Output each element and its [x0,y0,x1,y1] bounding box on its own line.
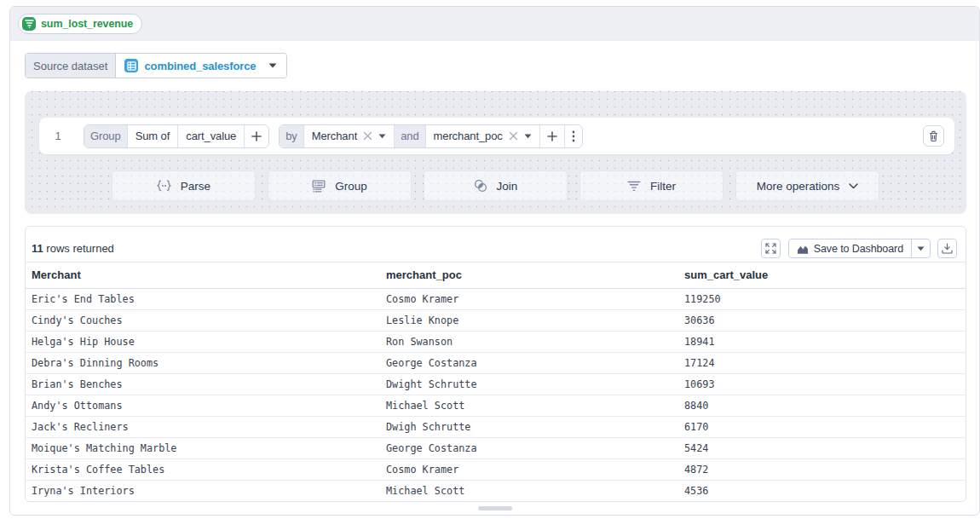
aggregation-column-select[interactable]: cart_value [177,125,244,147]
table-cell[interactable]: George Costanza [380,352,678,373]
group-button-label: Group [335,180,367,193]
source-dataset-label: Source dataset [26,54,116,78]
and-label: and [394,125,424,147]
table-cell[interactable]: Cosmo Kramer [380,288,678,309]
pipeline-panel: 1 Group Sum of cart_value by Merchant [25,91,966,214]
table-row: Cindy's CouchesLeslie Knope30636 [26,309,966,331]
table-row: Iryna's InteriorsMichael Scott4536 [26,480,966,501]
save-to-dashboard-button[interactable]: Save to Dashboard [789,239,911,257]
cell-header-band: sum_lost_revenue [10,7,979,41]
table-cell[interactable]: 17124 [678,352,966,373]
column-header-sum-cart-value[interactable]: sum_cart_value [678,262,966,288]
results-card: 11 rows returned [25,226,966,502]
table-row: Krista's Coffee TablesCosmo Kramer4872 [26,458,966,480]
table-cell[interactable]: 18941 [678,331,966,352]
step-options-menu-button[interactable] [564,125,582,147]
parse-button[interactable]: Parse [112,170,256,201]
join-button[interactable]: Join [424,170,568,201]
expand-results-button[interactable] [761,239,781,258]
more-operations-button[interactable]: More operations [735,170,879,201]
save-options-caret-button[interactable] [911,239,930,257]
table-cell[interactable]: Dwigh Schrutte [380,416,678,437]
table-cell[interactable]: 4536 [678,480,966,501]
download-icon [942,243,953,254]
join-button-label: Join [497,180,518,193]
add-group-column-button[interactable] [539,125,564,147]
more-operations-label: More operations [757,180,840,193]
group-by-chip: by Merchant and merchant_poc [279,124,583,148]
group-column-merchant[interactable]: Merchant [303,125,394,147]
table-cell[interactable]: 10693 [678,373,966,395]
funnel-cell-icon [22,17,36,31]
group-icon [312,180,326,193]
table-cell[interactable]: Eric's End Tables [26,288,380,309]
source-dataset-control[interactable]: Source dataset combined_salesforce [25,53,287,78]
group-column-merchant-poc[interactable]: merchant_poc [425,125,539,147]
results-table: Merchant merchant_poc sum_cart_value Eri… [26,262,966,502]
table-row: Helga's Hip HouseRon Swanson18941 [26,331,966,352]
table-row: Eric's End TablesCosmo Kramer119250 [26,288,966,309]
remove-column-icon[interactable] [363,131,372,141]
by-label: by [280,125,303,147]
transform-cell: sum_lost_revenue Source dataset com [9,6,980,516]
table-row: Andy's OttomansMichael Scott8840 [26,395,966,416]
results-toolbar-actions: Save to Dashboard [761,239,957,258]
column-header-merchant[interactable]: Merchant [26,262,380,288]
step-index: 1 [39,130,77,142]
group-aggregation-chip: Group Sum of cart_value [84,124,269,148]
caret-down-icon [917,246,925,251]
filter-button[interactable]: Filter [579,170,723,201]
group-button[interactable]: Group [268,170,412,201]
expand-icon [765,243,776,254]
filter-button-label: Filter [650,180,676,193]
table-cell[interactable]: George Costanza [380,437,678,458]
table-cell[interactable]: Krista's Coffee Tables [26,458,380,480]
table-row: Debra's Dinning RoomsGeorge Costanza1712… [26,352,966,373]
table-cell[interactable]: Andy's Ottomans [26,395,380,416]
rows-returned-count: 11 [32,242,43,255]
operation-buttons-row: Parse [25,170,966,201]
table-cell[interactable]: Cosmo Kramer [380,458,678,480]
column-header-merchant-poc[interactable]: merchant_poc [380,262,678,288]
table-cell[interactable]: Michael Scott [380,480,678,501]
cell-body: Source dataset combined_salesforce [10,41,979,516]
plus-icon [251,131,262,141]
delete-step-button[interactable] [923,125,944,147]
remove-column-icon[interactable] [509,131,518,141]
chart-icon [797,244,809,254]
chevron-down-icon[interactable] [524,134,532,139]
aggregation-type-select[interactable]: Sum of [127,125,178,147]
chevron-down-icon [849,183,858,189]
chevron-down-icon[interactable] [378,134,386,139]
table-cell[interactable]: 30636 [678,309,966,331]
table-cell[interactable]: 5424 [678,437,966,458]
table-cell[interactable]: Helga's Hip House [26,331,380,352]
chevron-down-icon [268,63,277,68]
table-cell[interactable]: 119250 [678,288,966,309]
trash-icon [928,130,939,142]
table-cell[interactable]: Iryna's Interiors [26,480,380,501]
table-cell[interactable]: Dwight Schrutte [380,373,678,395]
table-cell[interactable]: 6170 [678,416,966,437]
results-header-row: Merchant merchant_poc sum_cart_value [26,262,966,288]
table-cell[interactable]: 8840 [678,395,966,416]
kebab-menu-icon [572,130,575,142]
cell-name-badge[interactable]: sum_lost_revenue [18,14,142,34]
download-results-button[interactable] [937,239,957,258]
join-icon [474,179,487,193]
table-cell[interactable]: Brian's Benches [26,373,380,395]
rows-returned-text: 11 rows returned [32,242,114,255]
table-cell[interactable]: 4872 [678,458,966,480]
table-cell[interactable]: Debra's Dinning Rooms [26,352,380,373]
source-dataset-select[interactable]: combined_salesforce [116,54,285,78]
add-aggregation-button[interactable] [244,125,268,147]
filter-icon [627,181,641,192]
table-cell[interactable]: Leslie Knope [380,309,678,331]
table-cell[interactable]: Ron Swanson [380,331,678,352]
horizontal-scrollbar-thumb[interactable] [478,506,512,510]
operation-label: Group [84,125,127,147]
table-cell[interactable]: Jack's Recliners [26,416,380,437]
table-cell[interactable]: Moique's Matching Marble [26,437,380,458]
table-cell[interactable]: Michael Scott [380,395,678,416]
table-cell[interactable]: Cindy's Couches [26,309,380,331]
